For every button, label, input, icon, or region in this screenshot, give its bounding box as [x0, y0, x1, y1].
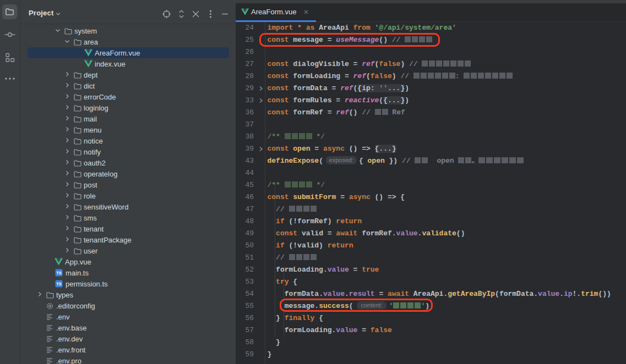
- svg-text:TS: TS: [56, 282, 62, 286]
- svg-text:TS: TS: [56, 271, 62, 275]
